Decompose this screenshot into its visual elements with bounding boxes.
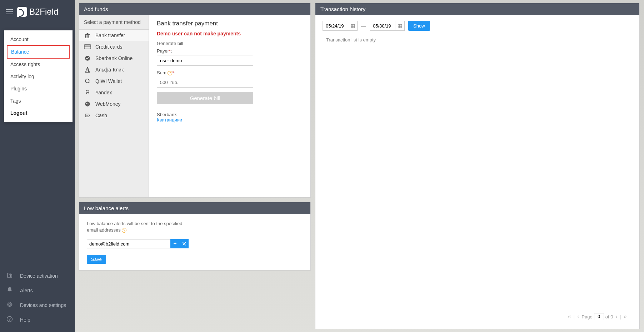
- brand-text: B2Field: [29, 7, 58, 17]
- bank-icon: [84, 33, 91, 38]
- menu-toggle[interactable]: [6, 9, 13, 14]
- low-balance-header: Low balance alerts: [79, 202, 310, 214]
- svg-point-8: [88, 104, 89, 105]
- help-icon[interactable]: ?: [122, 228, 126, 233]
- sum-input[interactable]: [157, 77, 253, 88]
- date-to-input[interactable]: [370, 23, 395, 29]
- flyout-item-tags[interactable]: Tags: [4, 95, 73, 107]
- payment-method-label: QIWI Wallet: [95, 78, 122, 84]
- date-separator: —: [361, 23, 366, 29]
- page-input[interactable]: [594, 313, 604, 320]
- payment-method-webmoney[interactable]: WebMoney: [79, 98, 149, 110]
- sidebar-item-alerts[interactable]: Alerts: [0, 283, 75, 298]
- flyout-item-activity-log[interactable]: Activity log: [4, 70, 73, 83]
- payment-method-card[interactable]: Credit cards: [79, 41, 149, 53]
- sidebar-item-label: Help: [20, 317, 30, 323]
- first-page-icon[interactable]: «: [567, 313, 572, 320]
- close-icon: ✕: [182, 241, 186, 247]
- sum-label: Sum ?*:: [157, 70, 303, 75]
- last-page-icon[interactable]: »: [623, 313, 628, 320]
- flyout-item-account[interactable]: Account: [4, 33, 73, 45]
- payer-input[interactable]: [157, 55, 253, 66]
- sidebar-item-help[interactable]: ?Help: [0, 312, 75, 327]
- add-funds-header: Add funds: [79, 3, 310, 15]
- payer-label: Payer*:: [157, 48, 303, 54]
- logo-icon: [17, 7, 27, 17]
- payment-method-bank[interactable]: Bank transfer: [79, 30, 149, 41]
- payment-method-label: Bank transfer: [95, 33, 125, 38]
- sberbank-label: Sberbank: [157, 112, 303, 117]
- generate-bill-button[interactable]: Generate bill: [157, 92, 253, 104]
- card-icon: [84, 44, 91, 50]
- flyout-item-plugins[interactable]: Plugins: [4, 83, 73, 95]
- show-button[interactable]: Show: [408, 21, 430, 31]
- payment-method-label: Cash: [95, 113, 107, 118]
- sidebar-item-devices-and-settings[interactable]: Devices and settings: [0, 298, 75, 312]
- cash-icon: [84, 113, 91, 118]
- date-to[interactable]: ▦: [370, 21, 405, 31]
- alfa-icon: А: [84, 67, 91, 73]
- add-email-button[interactable]: +: [170, 239, 180, 248]
- svg-point-7: [86, 103, 87, 104]
- remove-email-button[interactable]: ✕: [179, 239, 189, 248]
- payment-methods-title: Select a payment method: [79, 15, 149, 30]
- receipts-link[interactable]: Квитанциии: [157, 117, 182, 123]
- device-icon: [6, 272, 13, 279]
- add-funds-panel: Add funds Select a payment method Bank t…: [79, 3, 311, 198]
- flyout-item-logout[interactable]: Logout: [4, 107, 73, 119]
- alert-email-input[interactable]: [87, 239, 171, 248]
- payment-form: Bank transfer payment Demo user can not …: [149, 15, 310, 197]
- account-flyout: AccountBalanceAccess rightsActivity logP…: [4, 30, 73, 122]
- payment-method-label: Credit cards: [95, 44, 122, 50]
- bell-icon: [6, 287, 13, 294]
- svg-rect-3: [84, 46, 91, 47]
- payment-method-label: Sberbank Online: [95, 55, 133, 61]
- generate-bill-label: Generate bill: [157, 41, 303, 46]
- calendar-icon[interactable]: ▦: [395, 21, 404, 30]
- sidebar-item-label: Alerts: [20, 288, 33, 293]
- low-balance-alerts-panel: Low balance alerts Low balance alerts wi…: [79, 202, 311, 271]
- payment-method-yandex[interactable]: ЯYandex: [79, 87, 149, 98]
- plus-icon: +: [173, 241, 176, 247]
- flyout-item-access-rights[interactable]: Access rights: [4, 58, 73, 70]
- page-label: Page: [581, 314, 592, 319]
- calendar-icon[interactable]: ▦: [348, 21, 357, 30]
- svg-text:?: ?: [9, 317, 11, 321]
- payment-method-label: Yandex: [95, 90, 112, 95]
- help-icon: ?: [6, 316, 13, 323]
- brand-logo[interactable]: B2Field: [17, 7, 58, 17]
- sidebar: B2Field AccountBalanceAccess rightsActiv…: [0, 0, 75, 332]
- yandex-icon: Я: [84, 90, 91, 95]
- sidebar-item-device-activation[interactable]: Device activation: [0, 268, 75, 283]
- date-from-input[interactable]: [323, 23, 348, 29]
- svg-point-9: [87, 105, 88, 105]
- transaction-history-panel: Transaction history ▦ — ▦ Show: [315, 3, 640, 329]
- pager: « | ‹ Page of 0 › | »: [323, 310, 632, 323]
- low-balance-text: Low balance alerts will be sent to the s…: [87, 220, 194, 233]
- sidebar-item-label: Device activation: [20, 273, 58, 279]
- payment-method-alfa[interactable]: ААльфа-Клик: [79, 64, 149, 75]
- flyout-item-balance[interactable]: Balance: [7, 45, 70, 59]
- main-content: Add funds Select a payment method Bank t…: [75, 0, 644, 332]
- payment-heading: Bank transfer payment: [157, 20, 303, 27]
- transaction-history-header: Transaction history: [315, 3, 639, 15]
- webmoney-icon: [84, 101, 91, 107]
- save-button[interactable]: Save: [87, 255, 106, 264]
- date-from[interactable]: ▦: [323, 21, 358, 31]
- payment-methods-list: Select a payment method Bank transferCre…: [79, 15, 149, 197]
- payment-method-sber[interactable]: Sberbank Online: [79, 53, 149, 64]
- payment-method-label: WebMoney: [95, 101, 121, 107]
- page-total: of 0: [605, 314, 613, 319]
- sidebar-item-label: Devices and settings: [20, 302, 66, 308]
- help-icon[interactable]: ?: [168, 71, 172, 75]
- empty-list-message: Transaction list is empty: [323, 37, 632, 43]
- sber-icon: [84, 55, 91, 61]
- payment-method-cash[interactable]: Cash: [79, 110, 149, 121]
- prev-page-icon[interactable]: ‹: [576, 313, 580, 320]
- payment-error: Demo user can not make payments: [157, 31, 303, 36]
- svg-rect-2: [84, 45, 91, 49]
- svg-point-6: [85, 101, 90, 106]
- payment-method-qiwi[interactable]: QIWI Wallet: [79, 75, 149, 87]
- next-page-icon[interactable]: ›: [614, 313, 618, 320]
- payment-method-label: Альфа-Клик: [95, 67, 124, 73]
